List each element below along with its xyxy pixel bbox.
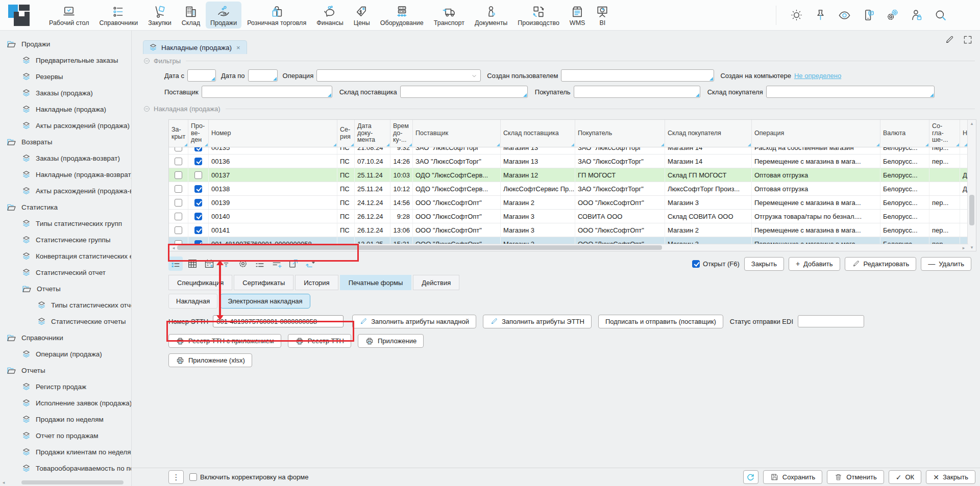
sidebar-item[interactable]: Статистические отчеты <box>0 313 131 329</box>
grid-action-1-button[interactable]: +Добавить <box>789 257 840 271</box>
theme-icon[interactable] <box>790 8 803 22</box>
column-header[interactable]: Про- ве- ден <box>188 120 209 147</box>
table-row[interactable]: 00136ПС07.10.2414:26ЗАО "ЛюксСофтТорг"Ма… <box>169 155 968 168</box>
table-row-clipped[interactable]: 00135ПС21.08.249:32ЗАО "ЛюксСофтТорг"Маг… <box>169 147 968 155</box>
calendar-view-icon[interactable] <box>202 257 216 271</box>
sidebar-item[interactable]: Типы статистических отчетов <box>0 297 131 313</box>
adjustment-checkbox-group[interactable]: Включить корректировку на форме <box>189 473 308 481</box>
print-button[interactable]: Реестр ТТН с приложением <box>168 334 281 348</box>
column-header[interactable]: Поставщик <box>413 120 501 147</box>
sidebar-item[interactable]: Отчеты <box>0 362 131 378</box>
row-checkbox[interactable] <box>194 171 202 179</box>
row-checkbox[interactable] <box>175 199 182 207</box>
sidebar-item[interactable]: Товарооборачиваемость по поставщикам <box>0 460 131 476</box>
print-button[interactable]: Приложение <box>358 334 424 348</box>
row-checkbox[interactable] <box>194 158 202 165</box>
scroll-down-icon[interactable]: ▾ <box>968 245 975 250</box>
add-list-icon[interactable] <box>270 257 284 271</box>
sidebar-item[interactable]: Исполнение заявок (продажа) <box>0 395 131 411</box>
scroll-left-icon[interactable]: ◂ <box>0 480 7 485</box>
cancel-button[interactable]: Отменить <box>827 470 884 484</box>
save-button[interactable]: Сохранить <box>763 470 823 484</box>
print-button[interactable]: Приложение (xlsx) <box>168 353 252 367</box>
column-header[interactable]: Операция <box>752 120 880 147</box>
row-checkbox[interactable] <box>175 226 182 234</box>
grid-action-0-button[interactable]: Закрыть <box>744 257 784 271</box>
sidebar-item[interactable]: Накладные (продажа) <box>0 101 131 117</box>
sidebar-item[interactable]: Конвертация статистических ед. изм. <box>0 248 131 264</box>
detail-tab[interactable]: Печатные формы <box>340 275 412 290</box>
created-on-link[interactable]: Не определено <box>794 72 841 80</box>
table-view-icon[interactable] <box>185 257 200 271</box>
detail-tab[interactable]: Действия <box>413 275 459 290</box>
nav-item-wms[interactable]: WMS <box>565 2 590 29</box>
ettn-action-0-button[interactable]: Заполнить атрибуты накладной <box>352 315 476 328</box>
row-checkbox[interactable] <box>175 171 182 179</box>
table-row[interactable]: 00141ПС26.12.2413:06ООО "ЛюксСофтОпт"Маг… <box>169 223 968 237</box>
sidebar-item[interactable]: Акты расхождений (продажа) <box>0 117 131 134</box>
sidebar-item[interactable]: Резервы <box>0 68 131 85</box>
sidebar-item[interactable]: Предварительные заказы <box>0 52 131 68</box>
tab-close-icon[interactable]: × <box>236 44 240 52</box>
nav-item-warehouse[interactable]: Склад <box>177 2 205 29</box>
row-checkbox[interactable] <box>194 199 202 207</box>
supplier-filter-input[interactable] <box>202 86 332 98</box>
settings-icon[interactable] <box>886 8 899 22</box>
scrollbar-thumb[interactable] <box>177 245 662 250</box>
ettn-action-1-button[interactable]: Заполнить атрибуты ЭТТН <box>483 315 592 328</box>
gear-icon[interactable] <box>236 257 250 271</box>
feedback-icon[interactable] <box>862 8 875 22</box>
more-actions-button[interactable]: ⋮ <box>168 470 184 484</box>
scrollbar-thumb[interactable] <box>21 480 124 484</box>
table-horizontal-scrollbar[interactable]: ◂ ▸ <box>169 244 968 251</box>
collapse-group-icon[interactable] <box>143 57 151 65</box>
sidebar-item[interactable]: Справочники <box>0 329 131 346</box>
table-vertical-scrollbar[interactable]: ▴ ▾ <box>967 120 976 251</box>
edit-view-pencil-icon[interactable] <box>944 35 954 45</box>
column-header[interactable]: Се- рия <box>337 120 355 147</box>
created-by-input[interactable] <box>561 69 714 82</box>
nav-item-purchases[interactable]: Закупки <box>143 2 176 29</box>
refresh-cycle-icon[interactable] <box>303 257 317 271</box>
sidebar-item[interactable]: Акты расхождений (продажа-возврат) <box>0 183 131 199</box>
nav-item-bi[interactable]: BI <box>591 2 614 29</box>
row-checkbox[interactable] <box>194 185 202 193</box>
row-checkbox[interactable] <box>175 158 182 165</box>
nav-item-documents[interactable]: Документы <box>470 2 512 29</box>
table-row[interactable]: 00137ПС25.11.2410:03ОДО "ЛюксСофтСерв...… <box>169 168 968 182</box>
row-checkbox[interactable] <box>175 147 182 151</box>
nav-item-finance[interactable]: Финансы <box>312 2 348 29</box>
fullscreen-expand-icon[interactable] <box>963 35 973 45</box>
nav-item-prices[interactable]: Цены <box>349 2 375 29</box>
detail-tab[interactable]: Спецификация <box>168 275 232 290</box>
column-header[interactable]: Дата доку- мента <box>355 120 390 147</box>
numbered-list-icon[interactable] <box>253 257 267 271</box>
sidebar-item[interactable]: Операции (продажа) <box>0 346 131 362</box>
tab-invoices-sale[interactable]: Накладные (продажа) × <box>143 40 247 54</box>
row-checkbox[interactable] <box>175 185 182 193</box>
row-checkbox[interactable] <box>194 147 202 151</box>
sidebar-item[interactable]: Накладные (продажа-возврат) <box>0 166 131 183</box>
sidebar-item[interactable]: Отчет по продажам <box>0 427 131 444</box>
nav-item-sales[interactable]: Продажи <box>206 2 241 29</box>
table-row[interactable]: 00138ПС25.11.2410:12ОДО "ЛюксСофтСерв...… <box>169 182 968 196</box>
print-subtab[interactable]: Электронная накладная <box>220 294 310 309</box>
filter-icon[interactable] <box>219 257 233 271</box>
sidebar-item[interactable]: Заказы (продажа) <box>0 85 131 101</box>
list-view-icon[interactable] <box>168 257 183 271</box>
refresh-button[interactable] <box>743 470 758 484</box>
print-subtab[interactable]: Накладная <box>168 294 217 309</box>
date-to-input[interactable] <box>248 69 278 82</box>
eye-icon[interactable] <box>838 8 851 22</box>
sidebar-item[interactable]: Возвраты <box>0 134 131 150</box>
sidebar-item[interactable]: Заказы (продажа-возврат) <box>0 150 131 166</box>
scroll-right-icon[interactable]: ▸ <box>960 245 967 250</box>
table-row[interactable]: 00139ПС24.12.2414:56ООО "ЛюксСофтОпт"Маг… <box>169 196 968 210</box>
sidebar-item[interactable]: Статистические группы <box>0 232 131 248</box>
sidebar-item[interactable]: Статистика <box>0 199 131 215</box>
column-header[interactable]: Врем до- ку-... <box>390 120 413 147</box>
table-row[interactable]: 00140ПС26.12.249:28ООО "ЛюксСофтОпт"Мага… <box>169 210 968 223</box>
close-button[interactable]: ✕Закрыть <box>926 470 975 484</box>
ettn-number-input[interactable]: 001-4819075760001-0000000058 <box>213 315 344 327</box>
sidebar-item[interactable]: Отчеты <box>0 280 131 297</box>
